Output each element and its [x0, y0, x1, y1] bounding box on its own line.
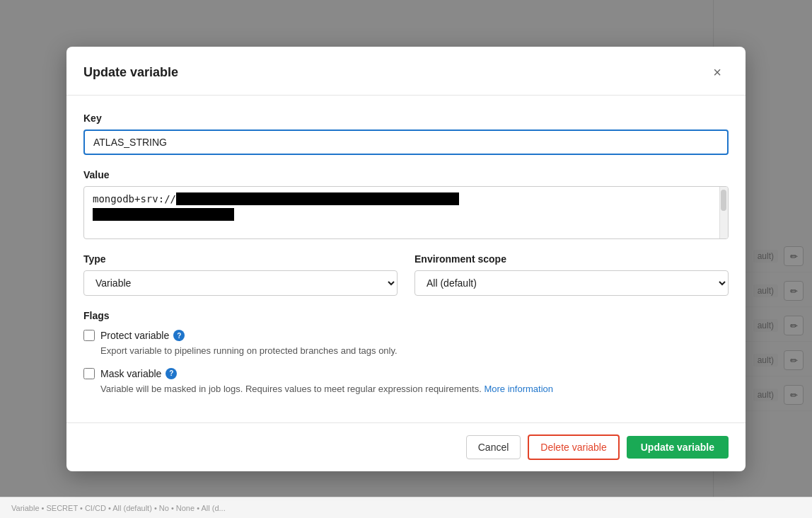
value-label: Value [83, 169, 729, 180]
modal-header: Update variable × [66, 47, 746, 96]
mask-description-text: Variable will be masked in job logs. Req… [100, 384, 482, 394]
type-field-group: Type Variable File [83, 253, 398, 296]
protect-label-text: Protect variable [100, 330, 169, 341]
value-wrapper: mongodb+srv:// [83, 186, 729, 239]
mask-variable-checkbox[interactable] [83, 368, 95, 379]
mask-variable-item: Mask variable ? Variable will be masked … [83, 368, 729, 396]
value-field-group: Value mongodb+srv:// [83, 169, 729, 239]
env-scope-select[interactable]: All (default) production staging [414, 270, 729, 296]
type-label: Type [83, 253, 398, 265]
modal-body: Key Value mongodb+srv:// Type Variable F… [66, 96, 746, 422]
mask-help-icon[interactable]: ? [166, 368, 177, 379]
value-display: mongodb+srv:// [83, 186, 729, 239]
protect-help-icon[interactable]: ? [173, 330, 185, 341]
flags-section: Flags Protect variable ? Export variable… [83, 310, 729, 396]
close-button[interactable]: × [706, 61, 729, 84]
bottom-bar: Variable • SECRET • CI/CD • All (default… [0, 497, 812, 518]
mask-description: Variable will be masked in job logs. Req… [100, 382, 729, 396]
env-scope-label: Environment scope [414, 253, 729, 265]
delete-variable-button[interactable]: Delete variable [528, 434, 619, 460]
protect-checkbox-row: Protect variable ? [83, 330, 729, 341]
modal-overlay: Update variable × Key Value mongodb+srv:… [0, 0, 812, 518]
flags-title: Flags [83, 310, 729, 321]
type-env-row: Type Variable File Environment scope All… [83, 253, 729, 296]
key-input[interactable] [83, 130, 729, 155]
modal-footer: Cancel Delete variable Update variable [66, 422, 746, 471]
bottom-bar-text: Variable • SECRET • CI/CD • All (default… [11, 504, 226, 512]
mask-variable-label: Mask variable ? [100, 368, 177, 379]
type-select[interactable]: Variable File [83, 270, 398, 296]
more-information-link[interactable]: More information [484, 384, 553, 394]
key-field-group: Key [83, 113, 729, 155]
mask-checkbox-row: Mask variable ? [83, 368, 729, 379]
mask-label-text: Mask variable [100, 368, 161, 379]
protect-variable-item: Protect variable ? Export variable to pi… [83, 330, 729, 358]
protect-variable-checkbox[interactable] [83, 330, 95, 341]
update-variable-button[interactable]: Update variable [627, 436, 729, 459]
env-scope-field-group: Environment scope All (default) producti… [414, 253, 729, 296]
cancel-button[interactable]: Cancel [466, 435, 521, 459]
protect-description: Export variable to pipelines running on … [100, 344, 729, 358]
modal-title: Update variable [83, 65, 178, 80]
protect-variable-label: Protect variable ? [100, 330, 185, 341]
update-variable-modal: Update variable × Key Value mongodb+srv:… [66, 47, 746, 471]
key-label: Key [83, 113, 729, 124]
